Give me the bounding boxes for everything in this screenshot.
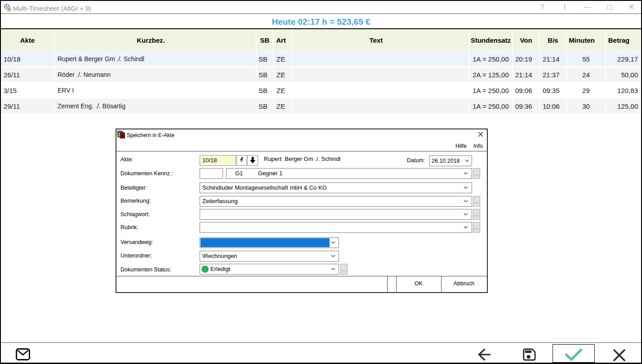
svg-text:€: € — [8, 8, 10, 11]
